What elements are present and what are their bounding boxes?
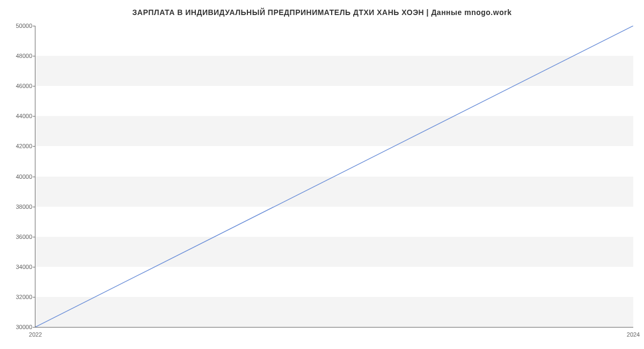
x-tick-label: 2022: [29, 331, 42, 338]
y-tick-mark: [33, 327, 35, 328]
y-tick-label: 30000: [16, 324, 32, 330]
y-tick-label: 40000: [16, 173, 32, 180]
y-tick-label: 48000: [16, 53, 32, 59]
y-tick-mark: [33, 297, 35, 297]
chart-container: ЗАРПЛАТА В ИНДИВИДУАЛЬНЫЙ ПРЕДПРИНИМАТЕЛ…: [0, 0, 644, 349]
plot-area: 3000032000340003600038000400004200044000…: [35, 26, 633, 328]
data-line: [35, 26, 633, 327]
y-tick-mark: [33, 177, 35, 177]
y-tick-mark: [33, 26, 35, 26]
y-tick-mark: [33, 86, 35, 86]
x-tick-label: 2024: [627, 331, 640, 338]
chart-title: ЗАРПЛАТА В ИНДИВИДУАЛЬНЫЙ ПРЕДПРИНИМАТЕЛ…: [0, 0, 644, 22]
y-tick-label: 34000: [16, 264, 32, 270]
y-tick-mark: [33, 146, 35, 147]
y-tick-mark: [33, 267, 35, 267]
svg-line-0: [35, 26, 633, 327]
y-tick-label: 46000: [16, 83, 32, 89]
y-tick-mark: [33, 237, 35, 237]
y-tick-mark: [33, 56, 35, 56]
y-tick-label: 36000: [16, 234, 32, 240]
y-tick-mark: [33, 207, 35, 207]
y-tick-label: 44000: [16, 113, 32, 119]
y-tick-label: 38000: [16, 203, 32, 210]
y-tick-label: 42000: [16, 143, 32, 149]
y-tick-mark: [33, 116, 35, 117]
y-tick-label: 32000: [16, 294, 32, 300]
y-tick-label: 50000: [16, 23, 32, 29]
